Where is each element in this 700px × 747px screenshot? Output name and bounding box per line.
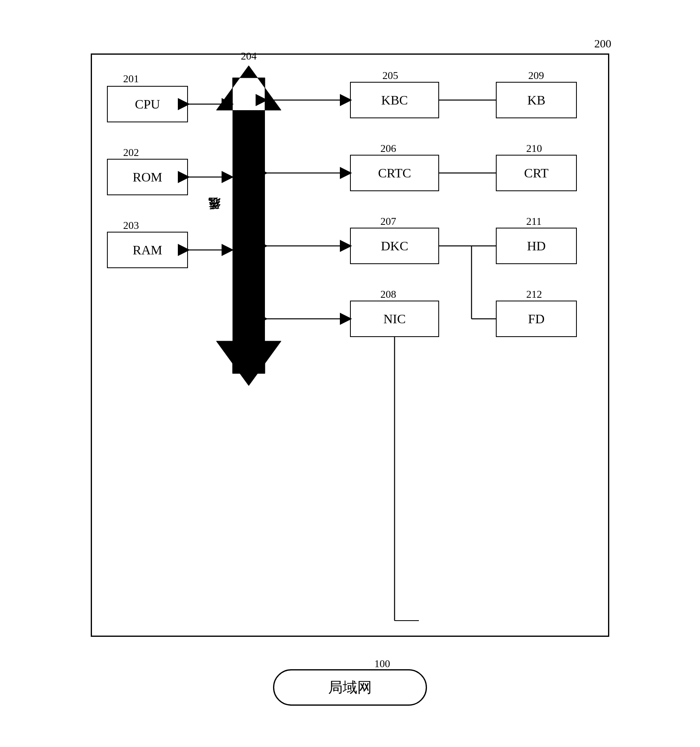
kb-label: KB [527, 93, 545, 108]
label-ref-207: 207 [380, 216, 396, 228]
ram-box: RAM [107, 232, 188, 268]
label-ref-206: 206 [380, 143, 396, 155]
kbc-box: KBC [350, 82, 439, 118]
crt-box: CRT [496, 155, 577, 191]
label-ref-208: 208 [380, 288, 396, 301]
label-ref-212: 212 [526, 288, 542, 301]
lan-box: 局域网 [273, 669, 427, 706]
rom-box: ROM [107, 159, 188, 195]
main-system-box [91, 53, 609, 637]
crtc-label: CRTC [378, 166, 411, 181]
fd-label: FD [528, 312, 545, 327]
label-ref-100: 100 [374, 658, 390, 670]
cpu-label: CPU [135, 97, 160, 112]
hd-label: HD [527, 239, 546, 254]
dkc-box: DKC [350, 228, 439, 264]
rom-label: ROM [133, 170, 162, 185]
cpu-box: CPU [107, 86, 188, 122]
dkc-label: DKC [381, 239, 408, 254]
label-ref-210: 210 [526, 143, 542, 155]
hd-box: HD [496, 228, 577, 264]
label-ref-201: 201 [123, 73, 139, 85]
kb-box: KB [496, 82, 577, 118]
lan-label: 局域网 [328, 678, 372, 698]
label-ref-209: 209 [528, 70, 544, 82]
label-ref-205: 205 [382, 70, 398, 82]
label-ref-202: 202 [123, 147, 139, 159]
nic-box: NIC [350, 301, 439, 337]
diagram-wrapper: 200 201 CPU 202 ROM 203 RAM 205 KBC 209 … [66, 29, 634, 718]
label-ref-211: 211 [526, 216, 542, 228]
ram-label: RAM [133, 243, 162, 258]
crtc-box: CRTC [350, 155, 439, 191]
crt-label: CRT [524, 166, 548, 181]
fd-box: FD [496, 301, 577, 337]
nic-label: NIC [383, 312, 405, 327]
kbc-label: KBC [381, 93, 408, 108]
label-ref-203: 203 [123, 220, 139, 232]
label-200: 200 [594, 37, 611, 50]
